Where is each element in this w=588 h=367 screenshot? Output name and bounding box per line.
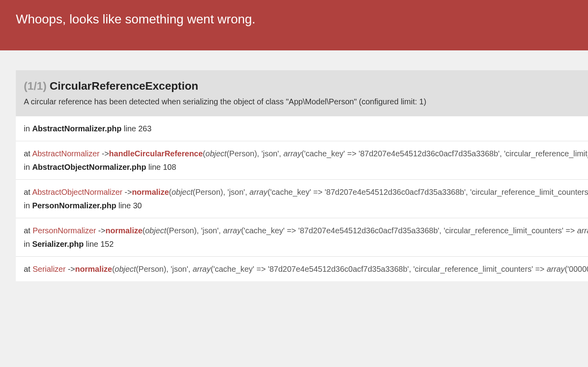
trace-item: at PersonNormalizer ->normalize(object(P… (16, 218, 588, 256)
object-keyword: object (172, 188, 193, 196)
exception-count: (1/1) (24, 80, 47, 92)
array-keyword: array (547, 265, 565, 273)
trace-item: at AbstractNormalizer ->handleCircularRe… (16, 141, 588, 179)
exception-container: (1/1) CircularReferenceException A circu… (16, 70, 588, 281)
trace-line: 263 (138, 124, 151, 133)
exception-message: A circular reference has been detected w… (24, 97, 580, 106)
at-label: at (24, 149, 32, 158)
exception-heading: (1/1) CircularReferenceException A circu… (16, 70, 588, 116)
trace-location: in PersonNormalizer.php line 30 (24, 200, 580, 211)
trace-obj: (Person), 'json', (227, 149, 283, 158)
trace-location: in Serializer.php line 152 (24, 238, 580, 250)
trace-obj: (Person), 'json', (193, 188, 249, 196)
trace-file[interactable]: AbstractObjectNormalizer.php (32, 163, 146, 171)
line-label: line (146, 163, 163, 171)
line-label: line (84, 240, 100, 248)
trace-method[interactable]: normalize (105, 226, 142, 235)
trace-line: 108 (163, 163, 176, 171)
trace-location: in AbstractObjectNormalizer.php line 108 (24, 161, 580, 173)
trace-args-open: ( (203, 149, 206, 158)
trace-file[interactable]: PersonNormalizer.php (32, 201, 116, 210)
trace-item: in AbstractNormalizer.php line 263 (16, 116, 588, 141)
at-label: at (24, 265, 32, 273)
array-keyword: array (250, 188, 268, 196)
error-title: Whoops, looks like something went wrong. (16, 12, 572, 27)
trace-arr: ('cache_key' => '87d207e4e54512d36c0acf7… (302, 149, 588, 158)
error-header: Whoops, looks like something went wrong. (0, 0, 588, 50)
trace-obj: (Person), 'json', (136, 265, 193, 273)
in-label: in (24, 240, 32, 248)
trace-arr: ('cache_key' => '87d207e4e54512d36c0acf7… (267, 188, 588, 196)
arrow: -> (122, 188, 132, 196)
trace-args-open: ( (112, 265, 115, 273)
trace-line: 30 (133, 201, 142, 210)
trace-arr2: ('00000000237250f6000000006590e34f' => 1… (565, 265, 588, 273)
exception-title: (1/1) CircularReferenceException (24, 80, 580, 92)
trace-class[interactable]: PersonNormalizer (32, 226, 96, 235)
trace-file[interactable]: Serializer.php (32, 240, 84, 248)
trace-method[interactable]: normalize (75, 265, 112, 273)
trace-file[interactable]: AbstractNormalizer.php (32, 124, 122, 133)
array-keyword: array (283, 149, 302, 158)
line-label: line (122, 124, 138, 133)
trace-item: at AbstractObjectNormalizer ->normalize(… (16, 179, 588, 218)
trace-arr: ('cache_key' => '87d207e4e54512d36c0acf7… (211, 265, 547, 273)
trace-item: at Serializer ->normalize(object(Person)… (16, 256, 588, 281)
trace-arr: ('cache_key' => '87d207e4e54512d36c0acf7… (241, 226, 577, 235)
arrow: -> (66, 265, 75, 273)
array-keyword: array (193, 265, 211, 273)
trace-class[interactable]: Serializer (32, 265, 65, 273)
trace-line: 152 (100, 240, 113, 248)
arrow: -> (96, 226, 105, 235)
trace-class[interactable]: AbstractObjectNormalizer (32, 188, 122, 196)
trace-method[interactable]: normalize (132, 188, 169, 196)
at-label: at (24, 188, 32, 196)
object-keyword: object (206, 149, 227, 158)
trace-args-open: ( (169, 188, 172, 196)
at-label: at (24, 226, 32, 235)
array-keyword: array (223, 226, 241, 235)
in-label: in (24, 163, 32, 171)
in-label: in (24, 124, 32, 133)
trace-method[interactable]: handleCircularReference (109, 149, 203, 158)
array-keyword: array (577, 226, 588, 235)
in-label: in (24, 201, 32, 210)
object-keyword: object (115, 265, 136, 273)
object-keyword: object (145, 226, 166, 235)
arrow: -> (99, 149, 109, 158)
exception-name: CircularReferenceException (50, 80, 198, 92)
line-label: line (116, 201, 133, 210)
trace-obj: (Person), 'json', (166, 226, 223, 235)
trace-class[interactable]: AbstractNormalizer (32, 149, 99, 158)
